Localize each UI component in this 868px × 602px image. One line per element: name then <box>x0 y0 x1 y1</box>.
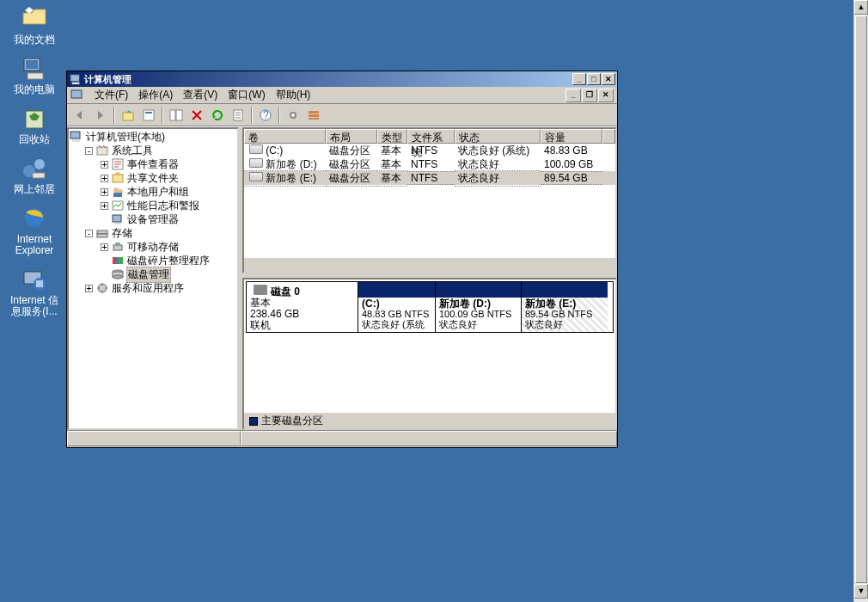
tree-label[interactable]: 性能日志和警报 <box>126 199 200 213</box>
view-button[interactable] <box>304 106 323 125</box>
disk-map[interactable]: 磁盘 0 基本 238.46 GB 联机 (C:)48.83 GB NTFS状态… <box>242 278 617 430</box>
desktop-icon-ie[interactable]: Internet Explorer <box>9 204 60 256</box>
page-scrollbar[interactable]: ▲ ▼ <box>853 0 868 602</box>
services-icon <box>95 281 109 295</box>
desktop-icon-my-documents[interactable]: 我的文档 <box>9 4 60 46</box>
tree-root[interactable]: 计算机管理(本地) <box>70 130 236 144</box>
mdi-close-button[interactable]: ✕ <box>598 89 614 102</box>
tree-item[interactable]: 设备管理器 <box>101 212 236 226</box>
titlebar[interactable]: 计算机管理 _ □ ✕ <box>67 71 617 87</box>
tree-label[interactable]: 服务和应用程序 <box>111 281 185 296</box>
desktop-label: 网上邻居 <box>9 184 60 195</box>
desktop-icon-iis[interactable]: Internet 信息服务(I... <box>9 265 60 317</box>
export-button[interactable] <box>229 106 248 125</box>
desktop-label: 我的电脑 <box>9 84 60 95</box>
tree-label[interactable]: 计算机管理(本地) <box>85 130 166 144</box>
tree-item[interactable]: +可移动存储 <box>101 240 236 254</box>
node-icon <box>111 157 125 171</box>
expand-icon[interactable]: + <box>101 243 108 251</box>
svg-rect-15 <box>144 110 154 120</box>
back-button[interactable] <box>70 106 89 125</box>
desktop-label: 我的文档 <box>9 34 60 46</box>
refresh-button[interactable] <box>208 106 227 125</box>
tree-item[interactable]: +共享文件夹 <box>101 171 236 185</box>
help-button[interactable]: ? <box>256 106 275 125</box>
volume-list[interactable]: 卷布局类型文件系统状态容量 (C:)磁盘分区基本NTFS状态良好 (系统)48.… <box>242 127 617 273</box>
tree-storage[interactable]: - 存储 <box>85 226 236 240</box>
disk-icon <box>254 285 267 295</box>
tree-label[interactable]: 事件查看器 <box>126 157 180 172</box>
expand-icon[interactable]: + <box>101 188 108 196</box>
column-header[interactable]: 卷 <box>244 129 326 144</box>
mmc-icon <box>70 89 84 102</box>
svg-rect-25 <box>309 114 319 117</box>
menu-help[interactable]: 帮助(H) <box>271 86 316 104</box>
computer-icon <box>70 130 83 144</box>
column-header[interactable]: 文件系统 <box>407 129 455 144</box>
column-header[interactable]: 类型 <box>377 129 407 144</box>
expand-icon[interactable]: + <box>101 175 108 182</box>
properties-button[interactable] <box>139 106 158 125</box>
expand-icon[interactable]: + <box>101 202 108 210</box>
svg-rect-38 <box>97 230 107 234</box>
tree-item[interactable]: +性能日志和警报 <box>101 199 236 212</box>
minimize-button[interactable]: _ <box>572 73 586 85</box>
column-header[interactable] <box>602 129 615 144</box>
menu-file[interactable]: 文件(F) <box>89 86 133 104</box>
disk-0-row[interactable]: 磁盘 0 基本 238.46 GB 联机 (C:)48.83 GB NTFS状态… <box>246 281 614 333</box>
partition[interactable]: 新加卷 (D:)100.09 GB NTFS状态良好 <box>436 282 522 332</box>
column-header[interactable]: 容量 <box>541 129 602 144</box>
tree-item[interactable]: 磁盘管理 <box>101 267 236 281</box>
show-hide-button[interactable] <box>167 106 186 125</box>
tree-pane[interactable]: 计算机管理(本地) - 系统工具 +事件查看器+共享文件夹+本地用户和组+性能日… <box>67 127 239 430</box>
desktop-icon-network[interactable]: 网上邻居 <box>9 154 60 195</box>
list-row[interactable]: (C:)磁盘分区基本NTFS状态良好 (系统)48.83 GB <box>244 144 615 157</box>
desktop-label: 回收站 <box>9 134 60 145</box>
tree-label[interactable]: 设备管理器 <box>126 212 180 227</box>
menu-window[interactable]: 窗口(W) <box>223 86 270 104</box>
scroll-down-arrow[interactable]: ▼ <box>854 584 868 599</box>
tree-label[interactable]: 系统工具 <box>111 144 154 158</box>
menu-action[interactable]: 操作(A) <box>133 86 178 104</box>
column-header[interactable]: 布局 <box>326 129 377 144</box>
collapse-icon[interactable]: - <box>85 230 93 237</box>
collapse-icon[interactable]: - <box>85 147 93 155</box>
partition[interactable]: (C:)48.83 GB NTFS状态良好 (系统 <box>358 282 436 332</box>
list-row[interactable]: 新加卷 (E:)磁盘分区基本NTFS状态良好89.54 GB <box>244 171 615 185</box>
computer-management-window: 计算机管理 _ □ ✕ 文件(F) 操作(A) 查看(V) 窗口(W) 帮助(H… <box>66 71 618 448</box>
desktop-icon-recycle-bin[interactable]: 回收站 <box>9 104 60 145</box>
tools-icon <box>95 144 109 157</box>
column-header[interactable]: 状态 <box>455 129 541 144</box>
tree-item[interactable]: +事件查看器 <box>101 157 236 171</box>
expand-icon[interactable]: + <box>85 285 93 292</box>
forward-button[interactable] <box>91 106 110 125</box>
expand-icon[interactable]: + <box>101 161 108 169</box>
settings-button[interactable] <box>284 106 303 125</box>
maximize-button[interactable]: □ <box>587 73 601 85</box>
tree-label[interactable]: 存储 <box>111 226 133 241</box>
tree-label[interactable]: 共享文件夹 <box>126 171 180 186</box>
up-button[interactable] <box>119 106 138 125</box>
svg-rect-18 <box>176 110 182 120</box>
iis-icon <box>21 265 48 292</box>
menu-view[interactable]: 查看(V) <box>178 86 223 104</box>
tree-item[interactable]: +本地用户和组 <box>101 185 236 199</box>
mdi-minimize-button[interactable]: _ <box>565 89 581 102</box>
tree-services[interactable]: + 服务和应用程序 <box>85 281 236 295</box>
horizontal-scrollbar[interactable] <box>244 258 615 272</box>
node-icon <box>111 254 125 267</box>
partition[interactable]: 新加卷 (E:)89.54 GB NTFS状态良好 <box>522 282 608 332</box>
delete-button[interactable] <box>187 106 206 125</box>
scroll-thumb[interactable] <box>855 15 867 583</box>
node-icon <box>111 212 125 226</box>
desktop-icon-my-computer[interactable]: 我的电脑 <box>9 54 60 95</box>
svg-point-47 <box>113 275 123 279</box>
tree-label[interactable]: 本地用户和组 <box>126 185 190 200</box>
tree-label[interactable]: 可移动存储 <box>126 240 180 255</box>
tree-system-tools[interactable]: - 系统工具 <box>85 144 236 157</box>
svg-rect-31 <box>113 175 123 182</box>
close-button[interactable]: ✕ <box>602 73 615 85</box>
disk-header[interactable]: 磁盘 0 基本 238.46 GB 联机 <box>247 282 358 332</box>
mdi-restore-button[interactable]: ❐ <box>582 89 597 102</box>
scroll-up-arrow[interactable]: ▲ <box>854 0 868 15</box>
